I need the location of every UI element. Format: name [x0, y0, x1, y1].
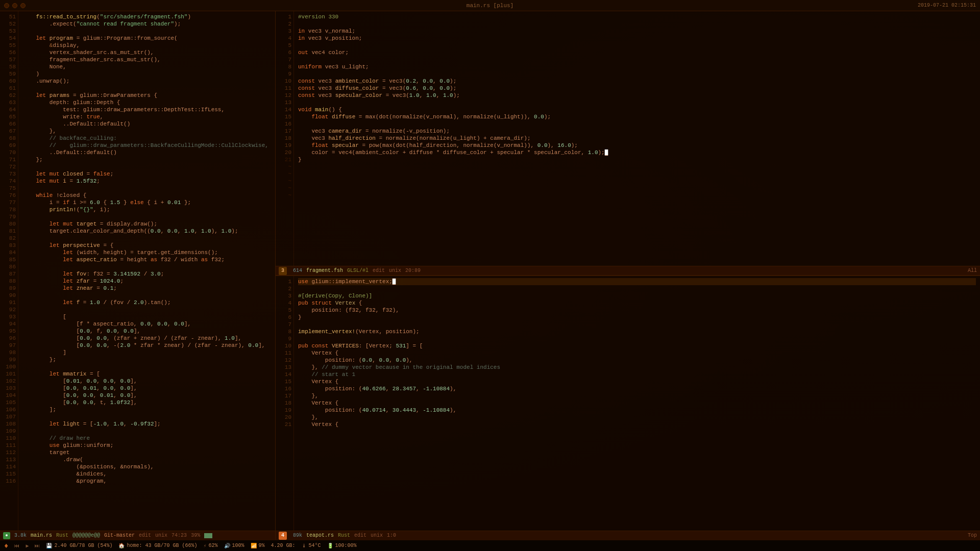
left-encoding: unix [155, 533, 167, 538]
right-top-pane-num: 3 [279, 267, 287, 275]
right-top-code-text[interactable]: #version 330 in vec3 v_normal; in vec3 v… [294, 11, 980, 266]
left-checksum: @@@@@@e@@ [72, 533, 100, 538]
bb-ram-value: 2.40 GB/78 GB (54%) [54, 543, 112, 548]
bb-battery-value: 100:00% [335, 543, 357, 548]
bb-volume-value: 100% [232, 543, 244, 548]
right-top-encoding: unix [389, 268, 401, 273]
right-bottom-pane: 12345 678910 1112131415 1617181920 21 us… [276, 276, 980, 540]
left-language: Rust [56, 533, 68, 538]
left-position: 74:23 [172, 533, 187, 538]
right-top-code-content[interactable]: 12345 678910 1112131415 1617181920 21 ~~… [276, 11, 980, 266]
left-code-content[interactable]: 5152535455 5657585960 6162636465 6667686… [0, 11, 275, 531]
bb-cpu-icon: ⚡ [204, 543, 207, 549]
bb-play[interactable]: ▶ [26, 543, 29, 549]
bb-home-icon: 🏠 [118, 543, 125, 549]
right-top-mode: edit [373, 268, 385, 273]
right-bottom-mode: edit [354, 533, 366, 538]
left-mode: edit [139, 533, 151, 538]
right-bottom-code-text[interactable]: use glium::implement_vertex;█ #[derive(C… [294, 276, 980, 531]
close-btn[interactable] [4, 3, 9, 8]
bb-volume-icon: 🔊 [224, 543, 230, 549]
right-bottom-line-numbers: 12345 678910 1112131415 1617181920 21 [276, 276, 294, 531]
bb-battery-icon: 🔋 [327, 543, 333, 549]
bb-home-value: home: 43 GB/70 GB (66%) [127, 543, 197, 548]
right-top-all: All [968, 268, 977, 273]
datetime: 2019-07-21 02:15:31 [918, 3, 976, 8]
left-pane: 5152535455 5657585960 6162636465 6667686… [0, 11, 276, 540]
left-code-text[interactable]: fs::read_to_string("src/shaders/fragment… [18, 11, 275, 531]
right-bottom-encoding: unix [371, 533, 383, 538]
titlebar: main.rs [plus] 2019-07-21 02:15:31 [0, 0, 980, 11]
left-scroll-bar [204, 533, 212, 538]
minimize-btn[interactable] [12, 3, 17, 8]
bb-wifi-icon: 📶 [251, 543, 257, 549]
right-bottom-file-size: 89k [293, 533, 302, 538]
bb-ram-icon: 💾 [46, 543, 52, 549]
bb-mem2: 4.20 GB: [271, 543, 296, 548]
bb-play-prev[interactable]: ⏮ [14, 543, 19, 549]
left-percent: 39% [191, 533, 200, 538]
maximize-btn[interactable] [20, 3, 26, 8]
right-pane: 12345 678910 1112131415 1617181920 21 ~~… [276, 11, 980, 540]
bb-temp: 🌡 54°C [302, 543, 321, 549]
bb-play-next[interactable]: ⏭ [35, 543, 40, 549]
bottom-bar: ♦ ⏮ ▶ ⏭ 💾 2.40 GB/78 GB (54%) 🏠 home: 43… [0, 540, 980, 551]
right-top-language: GLSL/#l [347, 268, 369, 273]
right-bottom-scroll: Top [968, 533, 977, 538]
right-top-line-numbers: 12345 678910 1112131415 1617181920 21 ~~… [276, 11, 294, 266]
right-bottom-filename: teapot.rs [306, 533, 334, 538]
bb-icon: ♦ [4, 542, 8, 550]
right-bottom-pane-num: 4 [279, 532, 287, 540]
bb-battery: 🔋 100:00% [327, 543, 357, 549]
right-bottom-status-bar: 4 89k teapot.rs Rust edit unix 1:0 Top [276, 531, 980, 540]
bb-temp-icon: 🌡 [302, 543, 307, 549]
bb-temp-value: 54°C [309, 543, 321, 548]
left-git-branch: Git-master [104, 533, 135, 538]
left-line-numbers: 5152535455 5657585960 6162636465 6667686… [0, 11, 18, 531]
editor-area: 5152535455 5657585960 6162636465 6667686… [0, 11, 980, 540]
right-bottom-position: 1:0 [387, 533, 396, 538]
left-status-bar: ● 3.8k main.rs Rust @@@@@@e@@ Git-master… [0, 531, 275, 540]
right-bottom-code-content[interactable]: 12345 678910 1112131415 1617181920 21 us… [276, 276, 980, 531]
window-title: main.rs [plus] [467, 3, 513, 9]
left-file-size: 3.8k [14, 533, 27, 538]
window-controls [4, 3, 26, 8]
app: main.rs [plus] 2019-07-21 02:15:31 51525… [0, 0, 980, 551]
bb-cpu: ⚡ 62% [204, 543, 218, 549]
bb-mem2-value: 4.20 GB: [271, 543, 296, 548]
right-top-file-size: 614 [293, 268, 302, 273]
right-top-status-bar: 3 614 fragment.fsh GLSL/#l edit unix 20:… [276, 266, 980, 275]
right-top-filename: fragment.fsh [306, 268, 343, 273]
bb-wifi-value: 9% [259, 543, 265, 548]
bb-ram: 💾 2.40 GB/78 GB (54%) [46, 543, 112, 549]
right-top-position: 20:89 [405, 268, 421, 273]
right-bottom-language: Rust [338, 533, 350, 538]
bb-volume: 🔊 100% [224, 543, 244, 549]
bb-cpu-value: 62% [209, 543, 218, 548]
left-pane-indicator: ● [3, 532, 10, 539]
bb-wifi: 📶 9% [251, 543, 265, 549]
left-filename: main.rs [31, 533, 52, 538]
right-top-pane: 12345 678910 1112131415 1617181920 21 ~~… [276, 11, 980, 276]
bb-home: 🏠 home: 43 GB/70 GB (66%) [118, 543, 197, 549]
